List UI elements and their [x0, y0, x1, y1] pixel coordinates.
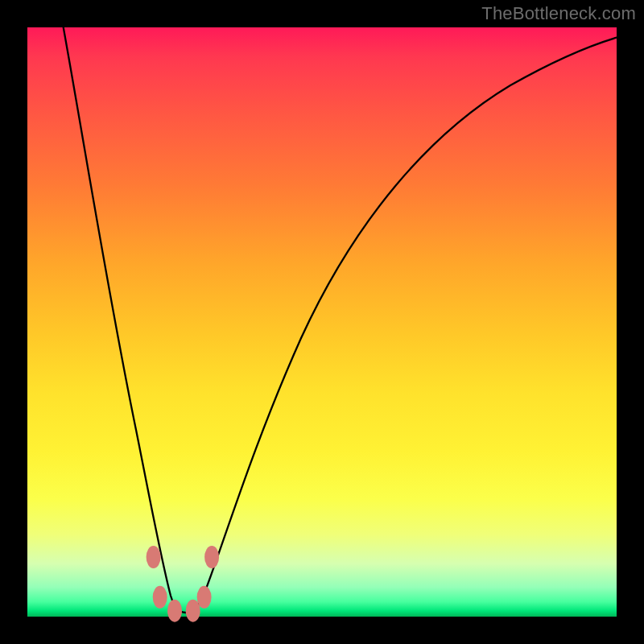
- bottleneck-curve-path: [63, 24, 618, 613]
- plot-area: [27, 27, 617, 617]
- chart-frame: TheBottleneck.com: [0, 0, 644, 644]
- curve-marker: [167, 600, 182, 622]
- curve-marker: [153, 586, 167, 609]
- curve-marker: [204, 546, 219, 568]
- curve-marker: [147, 546, 161, 568]
- curve-marker: [197, 586, 212, 609]
- chart-svg: [27, 27, 617, 617]
- watermark-text: TheBottleneck.com: [481, 3, 636, 24]
